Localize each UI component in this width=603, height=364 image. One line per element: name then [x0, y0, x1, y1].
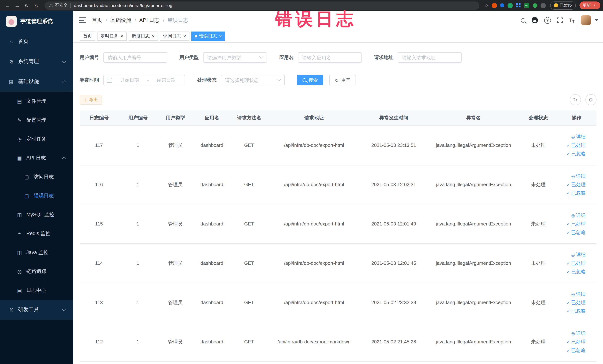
table-row[interactable]: 1151管理员dashboardGET/api/infra/db-doc/exp…	[80, 204, 596, 244]
close-icon[interactable]: ×	[120, 34, 123, 38]
process-status-select[interactable]	[221, 75, 285, 85]
search-button[interactable]: 搜索	[297, 75, 323, 85]
breadcrumb: 首页 / 基础设施 / API 日志 / 错误日志	[92, 17, 188, 23]
tab-label: 定时任务	[101, 33, 118, 39]
extension-icon-5[interactable]	[533, 3, 537, 8]
cell-exception: java.lang.IllegalArgumentException	[427, 322, 520, 361]
help-icon[interactable]: ?	[544, 17, 551, 23]
cell-user-id: 1	[118, 204, 158, 243]
sidebar-item-trace[interactable]: ◎链路追踪	[0, 262, 73, 281]
action-processed[interactable]: ✓已处理	[567, 141, 586, 149]
sidebar-item-config[interactable]: ✎配置管理	[0, 110, 73, 129]
github-icon[interactable]	[532, 17, 538, 23]
extension-on-icon[interactable]: on	[524, 3, 529, 8]
action-processed[interactable]: ✓已处理	[567, 299, 586, 306]
sidebar-item-access-log[interactable]: ▢访问日志	[0, 167, 73, 186]
user-id-input[interactable]	[104, 52, 167, 63]
request-url-input[interactable]	[398, 52, 462, 63]
tab-error-log[interactable]: 错误日志×	[191, 31, 225, 41]
url-text[interactable]: dashboard.yudao.iocoder.cn/infra/log/api…	[74, 3, 172, 8]
sidebar-item-label: 配置管理	[26, 117, 46, 123]
forward-icon[interactable]: →	[13, 1, 22, 10]
bookmark-star-icon[interactable]: ☆	[484, 2, 488, 8]
action-detail[interactable]: ◎详细	[571, 329, 586, 337]
cell-url: /api/infra/db-doc/export-html	[268, 165, 360, 204]
browser-update-button[interactable]: 更新 ⋮	[579, 1, 600, 9]
paused-badge[interactable]: 已暂停	[550, 1, 576, 10]
back-icon[interactable]: ←	[3, 1, 12, 10]
table-row[interactable]: 1161管理员dashboardGET/api/infra/db-doc/exp…	[80, 165, 596, 204]
sidebar-logo-row[interactable]: 芋道管理系统	[0, 11, 73, 32]
user-avatar[interactable]	[581, 15, 591, 25]
sidebar-item-system[interactable]: ⚙系统管理	[0, 52, 73, 71]
date-range-picker[interactable]: 开始日期 - 结束日期	[104, 75, 185, 85]
sidebar-item-api-log[interactable]: ▣API 日志	[0, 148, 73, 167]
font-size-icon[interactable]: TT	[569, 17, 574, 23]
action-processed[interactable]: ✓已处理	[567, 220, 586, 227]
fullscreen-icon[interactable]	[557, 17, 563, 23]
sidebar-item-job[interactable]: ◷定时任务	[0, 129, 73, 148]
cell-actions: ◎详细✓已处理✓已忽略	[557, 322, 596, 361]
user-type-select[interactable]	[203, 52, 267, 63]
sidebar-item-label: 错误日志	[34, 192, 54, 199]
action-detail[interactable]: ◎详细	[571, 211, 586, 219]
action-processed[interactable]: ✓已处理	[567, 259, 586, 267]
close-icon[interactable]: ×	[219, 34, 222, 38]
avatar-caret-icon[interactable]	[595, 19, 598, 21]
sidebar-item-mysql[interactable]: ◫MySQL 监控	[0, 205, 73, 224]
tab-access-log[interactable]: 访问日志×	[160, 31, 189, 41]
refresh-table-button[interactable]: ↻	[570, 94, 581, 105]
sidebar-item-error-log[interactable]: ▢错误日志	[0, 186, 73, 205]
action-processed[interactable]: ✓已处理	[567, 181, 586, 188]
extension-icon-2[interactable]	[500, 3, 504, 7]
action-ignored[interactable]: ✓已忽略	[567, 189, 586, 197]
sidebar-item-home[interactable]: ⌂首页	[0, 32, 73, 52]
cell-actions: ◎详细✓已处理✓已忽略	[557, 283, 596, 322]
tab-job[interactable]: 定时任务×	[97, 31, 127, 41]
eye-icon: ◎	[571, 329, 575, 337]
close-icon[interactable]: ×	[152, 34, 155, 38]
action-detail[interactable]: ◎详细	[571, 172, 586, 180]
column-settings-button[interactable]: ⚙	[585, 94, 596, 105]
sidebar-item-log-center[interactable]: ▣日志中心	[0, 281, 73, 300]
sidebar-item-file[interactable]: ▤文件管理	[0, 92, 73, 110]
close-icon[interactable]: ×	[183, 34, 186, 38]
table-row[interactable]: 1141管理员dashboardGET/api/infra/db-doc/exp…	[80, 244, 596, 283]
browser-menu-icon[interactable]: ⋮	[592, 3, 597, 8]
sidebar-item-java[interactable]: ◫Java 监控	[0, 243, 73, 262]
tab-job-log[interactable]: 调度日志×	[128, 31, 158, 41]
tab-home[interactable]: 首页	[80, 31, 95, 41]
table-row[interactable]: 1121管理员dashboardGET/api/infra/db-doc/exp…	[80, 322, 596, 362]
breadcrumb-home[interactable]: 首页	[92, 17, 102, 23]
breadcrumb-api-log[interactable]: API 日志	[139, 17, 160, 23]
extension-icon-1[interactable]	[491, 3, 497, 8]
sidebar-item-redis[interactable]: ◓Redis 监控	[0, 224, 73, 243]
action-ignored[interactable]: ✓已忽略	[567, 268, 586, 275]
browser-home-icon[interactable]: ⌂	[32, 1, 41, 10]
action-ignored[interactable]: ✓已忽略	[567, 150, 586, 157]
action-ignored[interactable]: ✓已忽略	[567, 229, 586, 236]
doc-icon: ▢	[24, 193, 30, 199]
app-name-input[interactable]	[298, 52, 362, 63]
address-bar[interactable]: ⚠ 不安全 dashboard.yudao.iocoder.cn/infra/l…	[45, 1, 479, 10]
action-processed[interactable]: ✓已处理	[567, 338, 586, 345]
breadcrumb-infra[interactable]: 基础设施	[110, 17, 131, 23]
table-row[interactable]: 1131管理员dashboardGET/api/infra/db-doc/exp…	[80, 283, 596, 322]
reset-button[interactable]: ↻ 重置	[329, 75, 356, 85]
sidebar-toggle-icon[interactable]	[79, 17, 86, 23]
extension-icon-3[interactable]	[507, 3, 512, 8]
action-ignored[interactable]: ✓已忽略	[567, 347, 586, 354]
extension-icon-4[interactable]	[516, 3, 521, 8]
sidebar-item-devtools[interactable]: ⚒研发工具	[0, 300, 73, 320]
search-icon[interactable]	[521, 18, 525, 23]
export-button[interactable]: ↓ 导出	[80, 95, 102, 105]
sidebar: 芋道管理系统 ⌂首页⚙系统管理▦基础设施▤文件管理✎配置管理◷定时任务▣API …	[0, 11, 73, 364]
extension-icon-6[interactable]	[540, 3, 545, 8]
table-row[interactable]: 1171管理员dashboardGET/api/infra/db-doc/exp…	[80, 126, 596, 165]
action-ignored[interactable]: ✓已忽略	[567, 307, 586, 315]
action-detail[interactable]: ◎详细	[571, 251, 586, 258]
action-detail[interactable]: ◎详细	[571, 290, 586, 298]
reload-icon[interactable]: ↻	[22, 1, 31, 10]
action-detail[interactable]: ◎详细	[571, 133, 586, 140]
sidebar-item-infra[interactable]: ▦基础设施	[0, 71, 73, 92]
